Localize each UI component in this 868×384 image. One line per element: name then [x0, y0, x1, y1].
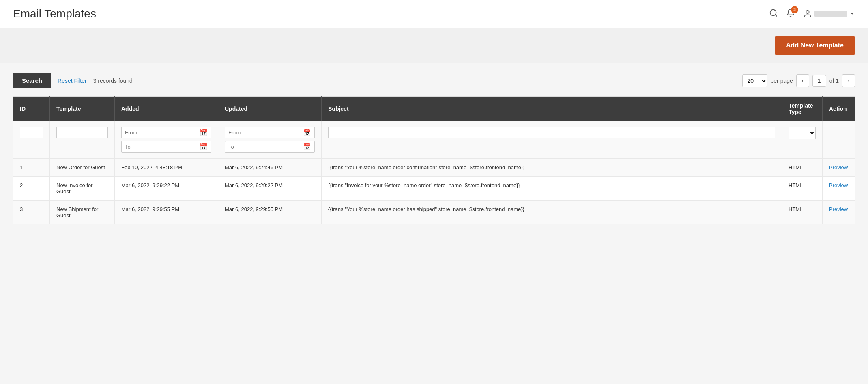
- prev-page-button[interactable]: ‹: [796, 74, 809, 87]
- col-header-type: TemplateType: [782, 97, 823, 121]
- filter-type-cell: HTML Text: [782, 121, 823, 159]
- cell-id: 2: [13, 177, 50, 201]
- preview-link[interactable]: Preview: [829, 164, 848, 170]
- filter-template-cell: [50, 121, 115, 159]
- preview-link[interactable]: Preview: [829, 182, 848, 188]
- data-table: ID Template Added Updated Subject Templa…: [13, 96, 855, 224]
- next-page-button[interactable]: ›: [842, 74, 855, 87]
- col-header-subject: Subject: [322, 97, 782, 121]
- svg-line-1: [775, 15, 777, 16]
- cell-id: 1: [13, 159, 50, 177]
- cell-added: Mar 6, 2022, 9:29:55 PM: [115, 201, 218, 224]
- cell-type: HTML: [782, 201, 823, 224]
- cell-added: Mar 6, 2022, 9:29:22 PM: [115, 177, 218, 201]
- calendar-icon[interactable]: 📅: [196, 127, 211, 138]
- filter-updated-from-input[interactable]: [225, 127, 300, 138]
- filter-added-from-input[interactable]: [122, 127, 196, 138]
- cell-template: New Order for Guest: [50, 159, 115, 177]
- filter-updated-cell: 📅 📅: [218, 121, 322, 159]
- preview-link[interactable]: Preview: [829, 206, 848, 212]
- table-row: 3 New Shipment for Guest Mar 6, 2022, 9:…: [13, 201, 855, 224]
- reset-filter-link[interactable]: Reset Filter: [58, 78, 87, 84]
- notification-icon[interactable]: 3: [786, 9, 795, 19]
- filter-updated-to-input[interactable]: [225, 141, 300, 152]
- filter-added-to: 📅: [121, 141, 211, 153]
- main-content: Search Reset Filter 3 records found 20 5…: [0, 63, 868, 234]
- search-button[interactable]: Search: [13, 73, 51, 88]
- top-header: Email Templates 3: [0, 0, 868, 28]
- pagination-of: of 1: [829, 78, 839, 84]
- filter-id-cell: [13, 121, 50, 159]
- filter-action-cell: [823, 121, 855, 159]
- filter-subject-cell: [322, 121, 782, 159]
- cell-template: New Shipment for Guest: [50, 201, 115, 224]
- search-bar: Search Reset Filter 3 records found 20 5…: [13, 73, 855, 88]
- filter-updated-from: 📅: [225, 127, 315, 138]
- per-page-select[interactable]: 20 50 100: [742, 74, 767, 87]
- notification-badge: 3: [791, 6, 798, 13]
- filter-subject-input[interactable]: [328, 127, 775, 138]
- svg-point-0: [770, 9, 776, 15]
- filter-updated-to: 📅: [225, 141, 315, 153]
- col-header-id: ID: [13, 97, 50, 121]
- filter-row: 📅 📅 📅: [13, 121, 855, 159]
- cell-type: HTML: [782, 159, 823, 177]
- current-page: 1: [812, 75, 826, 87]
- pagination-area: 20 50 100 per page ‹ 1 of 1 ›: [742, 74, 855, 87]
- filter-added-cell: 📅 📅: [115, 121, 218, 159]
- cell-template: New Invoice for Guest: [50, 177, 115, 201]
- col-header-action: Action: [823, 97, 855, 121]
- records-found: 3 records found: [93, 78, 133, 84]
- cell-updated: Mar 6, 2022, 9:29:55 PM: [218, 201, 322, 224]
- cell-subject: {{trans "Invoice for your %store_name or…: [322, 177, 782, 201]
- page-title: Email Templates: [13, 7, 96, 20]
- col-header-updated: Updated: [218, 97, 322, 121]
- action-bar: Add New Template: [0, 28, 868, 63]
- header-actions: 3: [769, 9, 855, 19]
- cell-action: Preview: [823, 177, 855, 201]
- cell-subject: {{trans "Your %store_name order has ship…: [322, 201, 782, 224]
- svg-point-2: [806, 11, 809, 13]
- calendar-icon-3[interactable]: 📅: [300, 127, 314, 138]
- cell-updated: Mar 6, 2022, 9:29:22 PM: [218, 177, 322, 201]
- cell-updated: Mar 6, 2022, 9:24:46 PM: [218, 159, 322, 177]
- cell-type: HTML: [782, 177, 823, 201]
- filter-type-select[interactable]: HTML Text: [789, 127, 816, 139]
- search-icon[interactable]: [769, 9, 778, 19]
- cell-subject: {{trans "Your %store_name order confirma…: [322, 159, 782, 177]
- table-header-row: ID Template Added Updated Subject Templa…: [13, 97, 855, 121]
- per-page-label: per page: [771, 78, 793, 84]
- filter-id-input[interactable]: [20, 127, 43, 138]
- cell-added: Feb 10, 2022, 4:48:18 PM: [115, 159, 218, 177]
- filter-template-input[interactable]: [56, 127, 108, 138]
- cell-action: Preview: [823, 159, 855, 177]
- user-name: [814, 11, 847, 17]
- cell-id: 3: [13, 201, 50, 224]
- table-row: 2 New Invoice for Guest Mar 6, 2022, 9:2…: [13, 177, 855, 201]
- col-header-template: Template: [50, 97, 115, 121]
- add-template-button[interactable]: Add New Template: [775, 36, 855, 55]
- filter-added-to-input[interactable]: [122, 141, 196, 152]
- cell-action: Preview: [823, 201, 855, 224]
- calendar-icon-2[interactable]: 📅: [196, 141, 211, 152]
- filter-added-from: 📅: [121, 127, 211, 138]
- table-row: 1 New Order for Guest Feb 10, 2022, 4:48…: [13, 159, 855, 177]
- calendar-icon-4[interactable]: 📅: [300, 141, 314, 152]
- user-area[interactable]: [803, 9, 855, 18]
- col-header-added: Added: [115, 97, 218, 121]
